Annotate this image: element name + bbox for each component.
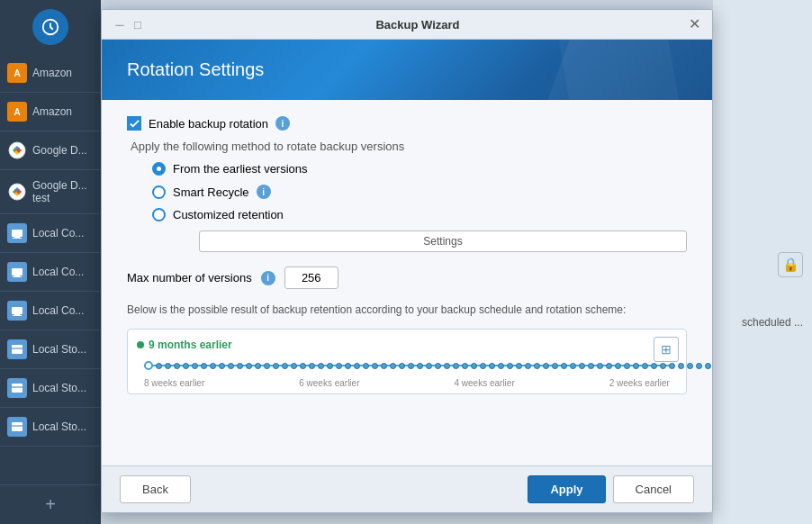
radio-smart-recycle-label: Smart Recycle [173,185,249,199]
sidebar-item-amazon-2[interactable]: A Amazon [0,93,101,131]
sidebar-item-label: Amazon [32,67,72,79]
timeline-label-6w: 6 weeks earlier [299,378,359,388]
svg-rect-10 [14,313,20,315]
svg-rect-3 [12,230,23,237]
minimize-button[interactable]: ─ [113,17,127,32]
radio-earliest[interactable]: From the earliest versions [152,162,687,176]
max-versions-label: Max number of versions [127,271,252,285]
radio-smart-recycle-circle [152,185,166,199]
sidebar-item-local-1[interactable]: Local Co... [0,214,101,253]
maximize-button[interactable]: □ [131,17,145,32]
dialog-header-title: Rotation Settings [127,59,687,80]
timeline-label: 9 months earlier [137,339,677,351]
enable-rotation-checkbox[interactable] [127,116,141,131]
radio-smart-recycle[interactable]: Smart Recycle i [152,185,687,199]
svg-rect-8 [13,276,22,277]
timeline-start-dot [144,361,153,370]
rotation-method-group: From the earliest versions Smart Recycle… [152,162,687,252]
timeline-track [137,357,677,375]
local-sto-icon-2 [7,378,27,398]
sidebar-item-amazon-1[interactable]: A Amazon [0,54,101,93]
timeline-dots [144,361,670,370]
apply-button[interactable]: Apply [528,475,605,503]
sidebar-item-label: Local Co... [32,266,84,278]
sidebar-item-label: Amazon [32,105,72,118]
enable-rotation-info-icon[interactable]: i [275,116,290,131]
sidebar-item-label: Google D... [32,144,87,157]
sidebar-item-label: Local Sto... [32,343,86,356]
cancel-button[interactable]: Cancel [613,475,694,503]
close-button[interactable]: ✕ [687,17,701,32]
svg-rect-7 [14,275,20,276]
svg-rect-12 [12,345,23,354]
dialog-header: Rotation Settings [102,40,712,100]
google-icon-1 [7,140,27,160]
svg-rect-14 [12,384,23,393]
dialog-footer: Back Apply Cancel [102,465,712,512]
svg-rect-6 [12,268,23,276]
enable-rotation-label: Enable backup rotation [149,117,268,131]
timeline-labels: 8 weeks earlier 6 weeks earlier 4 weeks … [137,378,677,388]
local-icon-1 [7,223,27,243]
dialog-title: Backup Wizard [149,18,687,32]
max-versions-info-icon[interactable]: i [261,271,275,285]
dialog-titlebar: ─ □ Backup Wizard ✕ [102,10,712,40]
svg-rect-16 [12,422,23,431]
sidebar-item-label: Google D... test [32,179,94,204]
settings-button[interactable]: Settings [199,230,687,252]
sidebar: A Amazon A Amazon Google D... [0,0,101,524]
backup-wizard-dialog: ─ □ Backup Wizard ✕ Rotation Settings En… [101,9,713,513]
sidebar-item-local-2[interactable]: Local Co... [0,253,101,292]
lock-icon[interactable]: 🔒 [778,252,803,277]
dialog-body: Enable backup rotation i Apply the follo… [102,100,712,465]
titlebar-controls: ─ □ [113,17,149,32]
right-panel: 🔒 scheduled ... [713,0,812,524]
enable-rotation-row: Enable backup rotation i [127,116,687,131]
local-sto-icon-1 [7,339,27,359]
sidebar-item-google-2[interactable]: Google D... test [0,170,101,214]
radio-customized[interactable]: Customized retention [152,208,687,221]
timeline-container: ⊞ 9 months earlier [127,329,687,394]
local-icon-2 [7,262,27,282]
amazon-icon-2: A [7,102,27,122]
apply-method-label: Apply the following method to rotate bac… [131,140,687,153]
svg-rect-5 [13,238,22,239]
sidebar-item-label: Local Co... [32,227,84,239]
max-versions-row: Max number of versions i [127,267,687,289]
max-versions-input[interactable] [284,267,338,289]
radio-earliest-label: From the earliest versions [173,162,308,176]
sidebar-item-local-sto-1[interactable]: Local Sto... [0,330,101,369]
footer-left: Back [120,475,191,503]
sidebar-item-local-3[interactable]: Local Co... [0,292,101,330]
sidebar-item-google-1[interactable]: Google D... [0,131,101,170]
amazon-icon-1: A [7,63,27,83]
add-button[interactable]: + [0,484,101,524]
description-text: Below is the possible result of backup r… [127,302,687,318]
radio-customized-circle [152,208,166,221]
svg-rect-4 [14,236,20,238]
local-icon-3 [7,301,27,321]
timeline-label-4w: 4 weeks earlier [454,378,514,388]
footer-right: Apply Cancel [528,475,694,503]
smart-recycle-info-icon[interactable]: i [257,185,271,199]
sidebar-item-local-sto-2[interactable]: Local Sto... [0,369,101,408]
sidebar-item-label: Local Sto... [32,420,86,433]
radio-earliest-circle [152,162,166,176]
timeline-label-8w: 8 weeks earlier [144,378,204,388]
svg-rect-11 [13,315,22,316]
local-sto-icon-3 [7,417,27,437]
sidebar-item-label: Local Co... [32,304,84,317]
radio-customized-label: Customized retention [173,208,284,221]
scheduled-text: scheduled ... [742,316,803,329]
timeline-label-2w: 2 weeks earlier [609,378,670,388]
google-icon-2 [7,182,27,202]
sidebar-item-label: Local Sto... [32,382,86,394]
sidebar-item-local-sto-3[interactable]: Local Sto... [0,408,101,447]
timeline-dot-indicator [137,341,144,348]
svg-rect-9 [12,307,23,314]
app-logo[interactable] [32,9,68,45]
back-button[interactable]: Back [120,475,191,503]
